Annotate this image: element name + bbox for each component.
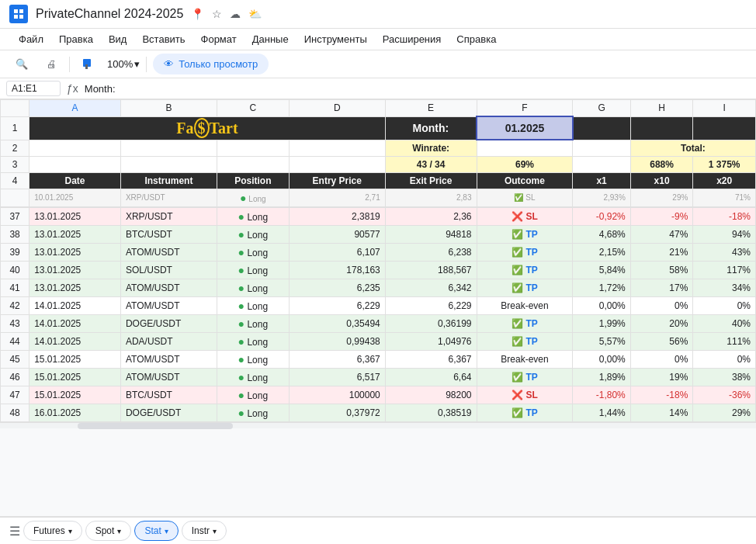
- table-row[interactable]: 41 13.01.2025 ATOM/USDT ● Long 6,235 6,3…: [1, 279, 756, 296]
- cell-entry: 6,229: [289, 296, 385, 314]
- cell-entry: 178,163: [289, 261, 385, 279]
- cell-x20: 29%: [693, 404, 756, 421]
- cell-entry: 6,235: [289, 279, 385, 296]
- table-row[interactable]: 44 14.01.2025 ADA/USDT ● Long 0,99438 1,…: [1, 332, 756, 350]
- table-row[interactable]: 47 15.01.2025 BTC/USDT ● Long 100000 982…: [1, 386, 756, 404]
- month-value-cell[interactable]: 01.2025: [477, 116, 573, 140]
- col-header-c[interactable]: C: [217, 100, 289, 117]
- table-row[interactable]: 40 13.01.2025 SOL/USDT ● Long 178,163 18…: [1, 261, 756, 279]
- cell-outcome: Break-even: [477, 296, 573, 314]
- row2-c: [217, 140, 289, 156]
- cell-x10: 20%: [630, 314, 693, 332]
- row36-instr: XRP/USDT: [120, 189, 217, 206]
- col-header-e[interactable]: E: [385, 100, 477, 117]
- cell-date: 13.01.2025: [29, 225, 121, 243]
- cell-x20: -36%: [693, 386, 756, 404]
- menu-help[interactable]: Справка: [450, 30, 502, 48]
- cell-x20: 0%: [693, 350, 756, 368]
- paint-format-button[interactable]: [76, 55, 101, 74]
- cell-position: ● Long: [217, 368, 289, 386]
- cell-reference[interactable]: [6, 81, 61, 96]
- cell-outcome: ❌ SL: [477, 386, 573, 404]
- row36-outcome: ✅ SL: [477, 189, 573, 206]
- menu-view[interactable]: Вид: [102, 30, 134, 48]
- sheets-menu-icon[interactable]: ☰: [9, 524, 20, 539]
- position-dot: ●: [238, 317, 244, 330]
- cell-position: ● Long: [217, 261, 289, 279]
- cell-exit: 2,36: [385, 207, 477, 225]
- cell-position: ● Long: [217, 225, 289, 243]
- cell-exit: 6,238: [385, 243, 477, 261]
- cell-outcome: ✅ TP: [477, 404, 573, 421]
- cloud-icon-1: ☁: [230, 8, 241, 20]
- table-row[interactable]: 38 13.01.2025 BTC/USDT ● Long 90577 9481…: [1, 225, 756, 243]
- row1-h: [630, 116, 693, 140]
- month-label-cell: Month:: [385, 116, 477, 140]
- table-row[interactable]: 42 14.01.2025 ATOM/USDT ● Long 6,229 6,2…: [1, 296, 756, 314]
- menu-tools[interactable]: Инструменты: [298, 30, 373, 48]
- row-3: 3 43 / 34 69% 688% 1 375%: [1, 156, 756, 172]
- col-header-f[interactable]: F: [477, 100, 573, 117]
- cell-exit: 94818: [385, 225, 477, 243]
- horizontal-scrollbar[interactable]: [78, 423, 233, 429]
- zoom-button[interactable]: 100% ▾: [107, 58, 140, 70]
- cell-entry: 2,3819: [289, 207, 385, 225]
- position-dot: ●: [238, 282, 244, 294]
- col-header-h[interactable]: H: [630, 100, 693, 117]
- menu-data[interactable]: Данные: [246, 30, 295, 48]
- formula-bar: ƒx Month:: [0, 78, 756, 99]
- cell-outcome: Break-even: [477, 350, 573, 368]
- row36-entry: 2,71: [289, 189, 385, 206]
- position-dot: ●: [238, 389, 244, 401]
- table-row[interactable]: 46 15.01.2025 ATOM/USDT ● Long 6,517 6,6…: [1, 368, 756, 386]
- menu-format[interactable]: Формат: [195, 30, 243, 48]
- cell-outcome: ✅ TP: [477, 279, 573, 296]
- col-header-a[interactable]: A: [29, 100, 121, 117]
- view-only-button[interactable]: 👁 Только просмотр: [153, 54, 269, 74]
- cell-x1: 2,15%: [573, 243, 630, 261]
- tab-chevron-spot: ▾: [117, 527, 121, 535]
- zoom-chevron: ▾: [134, 58, 140, 70]
- table-row[interactable]: 37 13.01.2025 XRP/USDT ● Long 2,3819 2,3…: [1, 207, 756, 225]
- col-header-i[interactable]: I: [693, 100, 756, 117]
- row-header-48: 48: [1, 404, 29, 421]
- position-dot: ●: [238, 407, 244, 419]
- col-header-g[interactable]: G: [573, 100, 630, 117]
- formula-icon: ƒx: [67, 82, 78, 95]
- data-rows: 37 13.01.2025 XRP/USDT ● Long 2,3819 2,3…: [0, 207, 756, 422]
- cell-outcome: ❌ SL: [477, 207, 573, 225]
- col-header-d[interactable]: D: [289, 100, 385, 117]
- data-table: 37 13.01.2025 XRP/USDT ● Long 2,3819 2,3…: [0, 207, 756, 422]
- menu-extensions[interactable]: Расширения: [376, 30, 448, 48]
- tab-spot[interactable]: Spot ▾: [85, 521, 132, 541]
- table-row[interactable]: 48 16.01.2025 DOGE/USDT ● Long 0,37972 0…: [1, 404, 756, 421]
- cell-x10: 47%: [630, 225, 693, 243]
- table-row[interactable]: 39 13.01.2025 ATOM/USDT ● Long 6,107 6,2…: [1, 243, 756, 261]
- cell-x20: 40%: [693, 314, 756, 332]
- col-headers-row: 4 Date Instrument Position Entry Price E…: [1, 172, 756, 189]
- col-x1-header: x1: [573, 172, 630, 189]
- cell-x20: 94%: [693, 225, 756, 243]
- menu-edit[interactable]: Правка: [53, 30, 99, 48]
- col-header-b[interactable]: B: [120, 100, 217, 117]
- row-2: 2 Winrate: Total:: [1, 140, 756, 156]
- search-button[interactable]: 🔍: [9, 55, 34, 73]
- cell-entry: 100000: [289, 386, 385, 404]
- tab-futures[interactable]: Futures ▾: [23, 521, 82, 541]
- winrate-value-cell: 43 / 34: [385, 156, 477, 172]
- print-button[interactable]: 🖨: [40, 55, 63, 73]
- col-exit-price-header: Exit Price: [385, 172, 477, 189]
- tab-stat[interactable]: Stat ▾: [134, 521, 178, 541]
- logo-text: Fa$Tart: [34, 120, 380, 137]
- cell-x1: 0,00%: [573, 350, 630, 368]
- cell-entry: 6,517: [289, 368, 385, 386]
- menu-insert[interactable]: Вставить: [136, 30, 191, 48]
- cell-date: 13.01.2025: [29, 207, 121, 225]
- table-row[interactable]: 43 14.01.2025 DOGE/USDT ● Long 0,35494 0…: [1, 314, 756, 332]
- position-dot: ●: [238, 300, 244, 312]
- menu-file[interactable]: Файл: [12, 30, 50, 48]
- cell-x10: -18%: [630, 386, 693, 404]
- table-row[interactable]: 45 15.01.2025 ATOM/USDT ● Long 6,367 6,3…: [1, 350, 756, 368]
- tab-instr[interactable]: Instr ▾: [182, 521, 227, 541]
- row3-g: [573, 156, 630, 172]
